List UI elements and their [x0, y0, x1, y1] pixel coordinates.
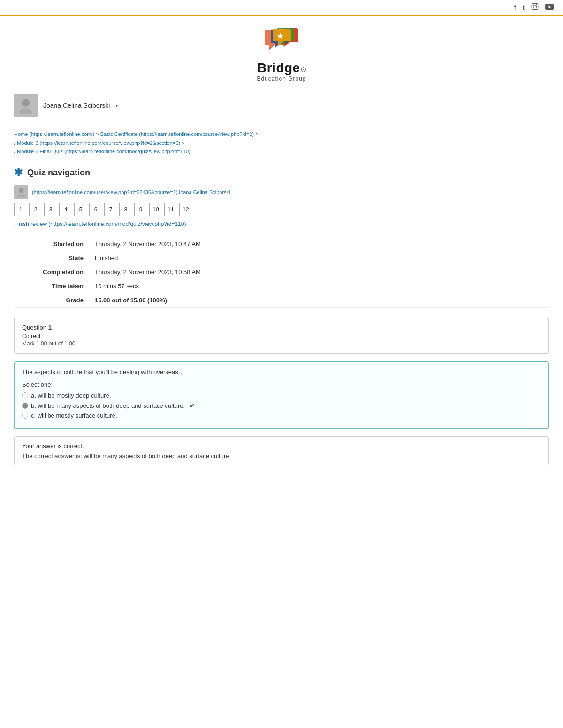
user-dropdown-arrow[interactable]: ▾	[115, 103, 118, 109]
svg-point-13	[19, 188, 23, 193]
table-row: Started on Thursday, 2 November 2023, 10…	[14, 237, 549, 251]
user-name[interactable]: Joana Celina Sciborski	[43, 102, 110, 109]
feedback-detail: The correct answer is: will be many aspe…	[22, 452, 541, 459]
completed-on-label: Completed on	[14, 265, 89, 279]
q-box-10[interactable]: 10	[149, 203, 162, 216]
option-a-text: a. will be mostly deep culture.	[31, 392, 111, 399]
svg-point-12	[20, 108, 31, 114]
radio-b	[22, 403, 28, 409]
svg-point-1	[533, 5, 537, 8]
feedback-correct: Your answer is correct.	[22, 443, 541, 450]
q-box-3[interactable]: 3	[44, 203, 57, 216]
breadcrumb-module6[interactable]: Module 6 (https://learn.teflonline.com/c…	[17, 140, 180, 146]
user-bar: Joana Celina Sciborski ▾	[0, 87, 563, 124]
logo-subtitle: Education Group	[257, 75, 306, 82]
q-box-5[interactable]: 5	[74, 203, 87, 216]
select-one-label: Select one:	[22, 381, 541, 388]
q-box-7[interactable]: 7	[104, 203, 117, 216]
q-box-6[interactable]: 6	[89, 203, 102, 216]
svg-text:★: ★	[277, 32, 284, 40]
option-b-row: b. will be many aspects of both deep and…	[22, 402, 541, 409]
main-content: ✱ Quiz navigation (https://learn.teflonl…	[0, 162, 563, 487]
q-box-11[interactable]: 11	[164, 203, 177, 216]
summary-table: Started on Thursday, 2 November 2023, 10…	[14, 237, 549, 308]
table-row: Grade 15.00 out of 15.00 (100%)	[14, 293, 549, 308]
top-bar: f t	[0, 0, 563, 16]
breadcrumb-quiz[interactable]: Module 6 Final Quiz (https://learn.teflo…	[17, 149, 190, 154]
grade-label: Grade	[14, 293, 89, 308]
breadcrumb: Home (https://learn.teflonline.com/) > B…	[0, 124, 563, 162]
question-status: Correct	[22, 333, 541, 339]
question-label: Question	[22, 324, 48, 331]
question-1-card: Question 1 Correct Mark 1.00 out of 1.00	[14, 317, 549, 354]
section-title: ✱ Quiz navigation	[14, 166, 549, 179]
q-box-12[interactable]: 12	[179, 203, 192, 216]
quiz-nav-user: (https://learn.teflonline.com/user/view.…	[14, 185, 549, 199]
option-c-row: c. will be mostly surface culture.	[22, 412, 541, 419]
state-value: Finished	[89, 251, 549, 265]
q-box-8[interactable]: 8	[119, 203, 132, 216]
time-taken-label: Time taken	[14, 279, 89, 293]
state-label: State	[14, 251, 89, 265]
completed-on-value: Thursday, 2 November 2023, 10:58 AM	[89, 265, 549, 279]
youtube-icon[interactable]	[545, 3, 554, 11]
quiz-nav-title: Quiz navigation	[27, 168, 90, 178]
answer-prompt: The aspects of culture that you'll be de…	[22, 368, 541, 375]
avatar	[14, 94, 38, 117]
svg-point-2	[536, 4, 537, 5]
grade-score: 15.00 out of 15.00 (100%)	[95, 297, 167, 304]
option-b-text: b. will be many aspects of both deep and…	[31, 402, 185, 409]
breadcrumb-home[interactable]: Home (https://learn.teflonline.com/)	[14, 131, 94, 137]
option-a-row: a. will be mostly deep culture.	[22, 392, 541, 399]
bridge-logo-icon: ★	[260, 25, 303, 60]
radio-a	[22, 392, 28, 398]
correct-check-icon: ✔	[190, 402, 195, 409]
q-box-9[interactable]: 9	[134, 203, 147, 216]
question-header: Question 1	[22, 324, 541, 331]
started-on-label: Started on	[14, 237, 89, 251]
table-row: Time taken 10 mins 57 secs	[14, 279, 549, 293]
radio-c	[22, 413, 28, 419]
instagram-icon[interactable]	[531, 3, 539, 12]
time-taken-value: 10 mins 57 secs	[89, 279, 549, 293]
feedback-box: Your answer is correct. The correct answ…	[14, 436, 549, 465]
facebook-icon[interactable]: f	[514, 3, 516, 11]
question-boxes: 1 2 3 4 5 6 7 8 9 10 11 12	[14, 203, 549, 216]
q-box-2[interactable]: 2	[29, 203, 42, 216]
svg-point-14	[17, 194, 25, 197]
option-c-text: c. will be mostly surface culture.	[31, 412, 117, 419]
q-box-4[interactable]: 4	[59, 203, 72, 216]
quiz-navigation-section: ✱ Quiz navigation (https://learn.teflonl…	[14, 166, 549, 227]
grade-value: 15.00 out of 15.00 (100%)	[89, 293, 549, 308]
answer-box: The aspects of culture that you'll be de…	[14, 361, 549, 429]
q-box-1[interactable]: 1	[14, 203, 27, 216]
small-avatar	[14, 185, 28, 199]
table-row: Completed on Thursday, 2 November 2023, …	[14, 265, 549, 279]
twitter-icon[interactable]: t	[523, 3, 525, 11]
question-mark: Mark 1.00 out of 1.00	[22, 340, 541, 347]
svg-point-11	[22, 99, 30, 107]
table-row: State Finished	[14, 251, 549, 265]
finish-review-link[interactable]: Finish review (https://learn.teflonline.…	[14, 221, 549, 227]
svg-rect-0	[532, 3, 538, 9]
question-number: 1	[48, 324, 52, 331]
logo-registered: ®	[301, 66, 306, 74]
logo-brand-name: Bridge	[257, 60, 300, 75]
site-header: ★ Bridge ® Education Group	[0, 16, 563, 87]
breadcrumb-basic-cert[interactable]: Basic Certificate (https://learn.teflonl…	[100, 131, 254, 137]
logo-area: ★ Bridge ® Education Group	[257, 25, 306, 82]
started-on-value: Thursday, 2 November 2023, 10:47 AM	[89, 237, 549, 251]
nav-asterisk-icon: ✱	[14, 166, 23, 179]
quiz-nav-user-link[interactable]: (https://learn.teflonline.com/user/view.…	[32, 189, 230, 195]
